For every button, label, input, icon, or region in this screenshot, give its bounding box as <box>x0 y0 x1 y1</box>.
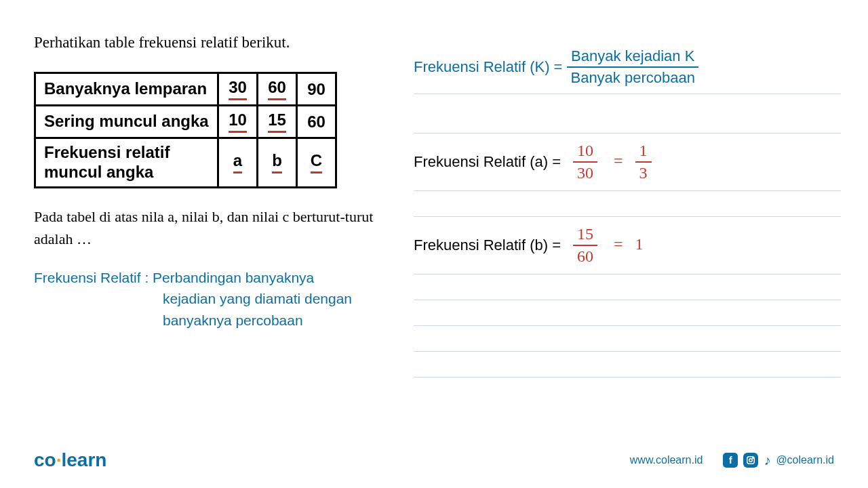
ruled-line <box>414 300 841 326</box>
svg-point-1 <box>749 459 753 462</box>
facebook-icon: f <box>723 453 738 468</box>
ruled-line <box>414 191 841 217</box>
table-row: Banyaknya lemparan 30 60 90 <box>35 73 336 106</box>
cell: 60 <box>297 106 336 138</box>
cell: b <box>258 138 297 188</box>
calculation-b: Frekuensi Relatif (b) = 15 60 = 1 <box>414 217 841 274</box>
table-row: Sering muncul angka 10 15 60 <box>35 106 336 138</box>
footer-url: www.colearn.id <box>630 454 703 466</box>
problem-title: Perhatikan table frekuensi relatif berik… <box>34 34 393 52</box>
cell: 10 <box>218 106 258 138</box>
cell: 30 <box>218 73 258 106</box>
cell: 15 <box>258 106 297 138</box>
ruled-line <box>414 326 841 352</box>
instagram-icon <box>743 453 758 468</box>
calculation-a: Frekuensi Relatif (a) = 10 30 = 1 3 <box>414 134 841 191</box>
svg-point-2 <box>753 458 753 458</box>
row-label: Sering muncul angka <box>35 106 218 138</box>
frequency-table: Banyaknya lemparan 30 60 90 Sering muncu… <box>34 72 337 188</box>
formula-definition: Frekuensi Relatif (K) = Banyak kejadian … <box>414 47 841 94</box>
cell: 90 <box>297 73 336 106</box>
definition-text: Frekuensi Relatif : Perbandingan banyakn… <box>34 267 393 331</box>
row-label: Frekuensi relatif muncul angka <box>35 138 218 188</box>
tiktok-icon: ♪ <box>764 453 770 468</box>
ruled-line <box>414 108 841 134</box>
cell: C <box>297 138 336 188</box>
table-row: Frekuensi relatif muncul angka a b C <box>35 138 336 188</box>
cell: 60 <box>258 73 297 106</box>
footer: co·learn www.colearn.id f ♪ @colearn.id <box>0 449 868 471</box>
social-icons: f ♪ @colearn.id <box>723 453 834 468</box>
cell: a <box>218 138 258 188</box>
question-text: Pada tabel di atas nila a, nilai b, dan … <box>34 205 393 250</box>
social-handle: @colearn.id <box>776 454 834 466</box>
ruled-line <box>414 274 841 300</box>
colearn-logo: co·learn <box>34 449 106 471</box>
ruled-line <box>414 352 841 378</box>
row-label: Banyaknya lemparan <box>35 73 218 106</box>
